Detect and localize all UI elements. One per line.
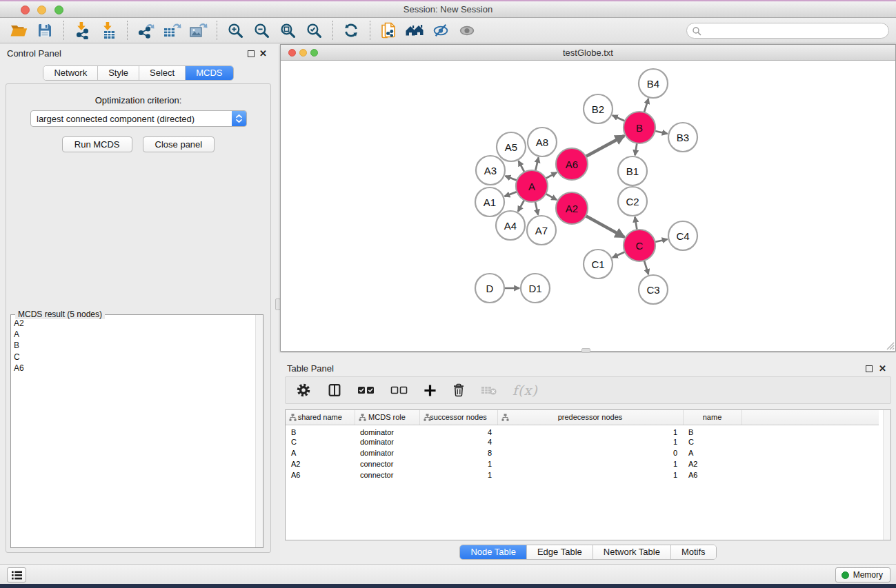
table-row-A2[interactable]: A2connector11A2: [286, 458, 879, 469]
graph-node-A7[interactable]: A7: [527, 216, 556, 245]
select-all-columns-icon[interactable]: [357, 380, 375, 401]
table-cell[interactable]: B: [683, 425, 741, 436]
tab-network-table[interactable]: Network Table: [593, 545, 671, 559]
column-header-name[interactable]: name: [683, 410, 741, 425]
graph-node-A1[interactable]: A1: [475, 187, 504, 216]
export-table-icon[interactable]: [161, 20, 182, 41]
graph-node-A4[interactable]: A4: [496, 211, 525, 240]
graph-node-D[interactable]: D: [475, 274, 504, 303]
unselect-all-columns-icon[interactable]: [390, 380, 408, 401]
refresh-icon[interactable]: [341, 20, 361, 41]
column-header-shared-name[interactable]: shared name: [286, 410, 355, 425]
table-cell[interactable]: B: [286, 425, 355, 436]
table-cell[interactable]: C: [683, 436, 741, 447]
graph-node-C2[interactable]: C2: [618, 187, 647, 216]
result-scrollbar[interactable]: [255, 315, 263, 547]
zoom-in-icon[interactable]: [225, 20, 246, 41]
graph-node-B3[interactable]: B3: [668, 123, 697, 152]
table-row-A[interactable]: Adominator80A: [286, 447, 879, 458]
column-header-MCDS-role[interactable]: MCDS role: [355, 410, 419, 425]
run-mcds-button[interactable]: Run MCDS: [62, 136, 132, 152]
tab-mcds[interactable]: MCDS: [186, 66, 232, 80]
graph-node-B4[interactable]: B4: [639, 69, 668, 98]
criterion-dropdown[interactable]: largest connected component (directed): [30, 110, 247, 127]
table-cell[interactable]: 1: [497, 469, 683, 480]
tab-edge-table[interactable]: Edge Table: [527, 545, 593, 559]
network-graph[interactable]: B4B2BB3A8A5A6A3B1AC2A1A2A4A7C4CC1DD1C3: [281, 61, 895, 351]
float-panel-icon[interactable]: [248, 50, 255, 57]
graph-node-C3[interactable]: C3: [639, 275, 668, 304]
delete-column-icon[interactable]: [452, 380, 466, 401]
column-header-successor-nodes[interactable]: successor nodes: [419, 410, 497, 425]
graph-node-D1[interactable]: D1: [521, 274, 550, 303]
graph-node-C[interactable]: C: [624, 230, 655, 261]
table-cell[interactable]: dominator: [355, 425, 419, 436]
result-item[interactable]: A2: [11, 318, 255, 329]
tab-motifs[interactable]: Motifs: [671, 545, 716, 559]
task-history-button[interactable]: [7, 567, 26, 582]
table-row-C[interactable]: Cdominator41C: [286, 436, 879, 447]
zoom-fit-icon[interactable]: [277, 20, 298, 41]
tab-select[interactable]: Select: [139, 66, 186, 80]
table-cell[interactable]: 1: [497, 436, 683, 447]
export-image-icon[interactable]: [188, 20, 208, 41]
graph-node-A8[interactable]: A8: [528, 128, 557, 156]
table-cell[interactable]: A6: [286, 469, 355, 480]
tab-network[interactable]: Network: [43, 66, 98, 80]
table-cell[interactable]: dominator: [355, 447, 419, 458]
graph-node-A2[interactable]: A2: [556, 192, 588, 224]
table-cell[interactable]: 0: [497, 447, 683, 458]
search-field[interactable]: [686, 23, 889, 39]
close-panel-button[interactable]: Close panel: [143, 136, 215, 152]
table-cell[interactable]: 4: [419, 436, 497, 447]
show-columns-icon[interactable]: [327, 380, 342, 401]
table-row-A6[interactable]: A6connector11A6: [286, 469, 879, 480]
column-header-predecessor-nodes[interactable]: predecessor nodes: [497, 410, 683, 425]
graph-node-B2[interactable]: B2: [584, 94, 613, 123]
graph-node-B[interactable]: B: [624, 112, 655, 143]
import-table-icon[interactable]: [98, 20, 119, 41]
hide-annotations-icon[interactable]: [430, 20, 451, 41]
graph-node-A5[interactable]: A5: [497, 132, 526, 161]
graph-node-A[interactable]: A: [516, 170, 548, 202]
table-cell[interactable]: A: [286, 447, 355, 458]
zoom-selected-icon[interactable]: [303, 20, 324, 41]
graph-node-A6[interactable]: A6: [556, 148, 588, 180]
table-cell[interactable]: dominator: [355, 436, 419, 447]
table-cell[interactable]: connector: [355, 469, 419, 480]
close-table-panel-icon[interactable]: ✕: [879, 363, 886, 374]
close-panel-icon[interactable]: ✕: [259, 48, 267, 59]
table-cell[interactable]: 1: [419, 469, 497, 480]
table-cell[interactable]: A2: [683, 458, 741, 469]
save-session-icon[interactable]: [34, 20, 55, 41]
graph-node-C1[interactable]: C1: [584, 250, 613, 278]
resize-grip-icon[interactable]: [885, 341, 895, 350]
zoom-out-icon[interactable]: [251, 20, 272, 41]
result-item[interactable]: A6: [11, 363, 255, 374]
table-cell[interactable]: A6: [683, 469, 741, 480]
graph-node-C4[interactable]: C4: [668, 221, 697, 250]
table-cell[interactable]: connector: [355, 458, 419, 469]
tab-style[interactable]: Style: [98, 66, 139, 80]
network-canvas[interactable]: B4B2BB3A8A5A6A3B1AC2A1A2A4A7C4CC1DD1C3: [281, 61, 895, 351]
node-table-grid[interactable]: shared nameMCDS rolesuccessor nodesprede…: [286, 410, 879, 480]
table-scrollbar[interactable]: [883, 410, 890, 540]
table-cell[interactable]: A2: [286, 458, 355, 469]
result-item[interactable]: C: [11, 352, 255, 363]
table-cell[interactable]: 8: [419, 447, 497, 458]
table-cell[interactable]: 4: [419, 425, 497, 436]
settings-gear-icon[interactable]: [295, 380, 312, 401]
open-file-icon[interactable]: [8, 20, 29, 41]
export-network-icon[interactable]: [135, 20, 156, 41]
graph-node-B1[interactable]: B1: [618, 156, 647, 185]
table-cell[interactable]: 1: [497, 425, 683, 436]
table-row-B[interactable]: Bdominator41B: [286, 425, 879, 436]
search-input[interactable]: [701, 26, 874, 36]
table-cell[interactable]: 1: [419, 458, 497, 469]
mcds-result-list[interactable]: A2 A B C A6: [11, 318, 255, 547]
tab-node-table[interactable]: Node Table: [460, 545, 527, 559]
home-icon[interactable]: [404, 20, 425, 41]
new-network-icon[interactable]: [378, 20, 399, 41]
float-table-panel-icon[interactable]: [866, 365, 873, 372]
table-cell[interactable]: A: [683, 447, 741, 458]
